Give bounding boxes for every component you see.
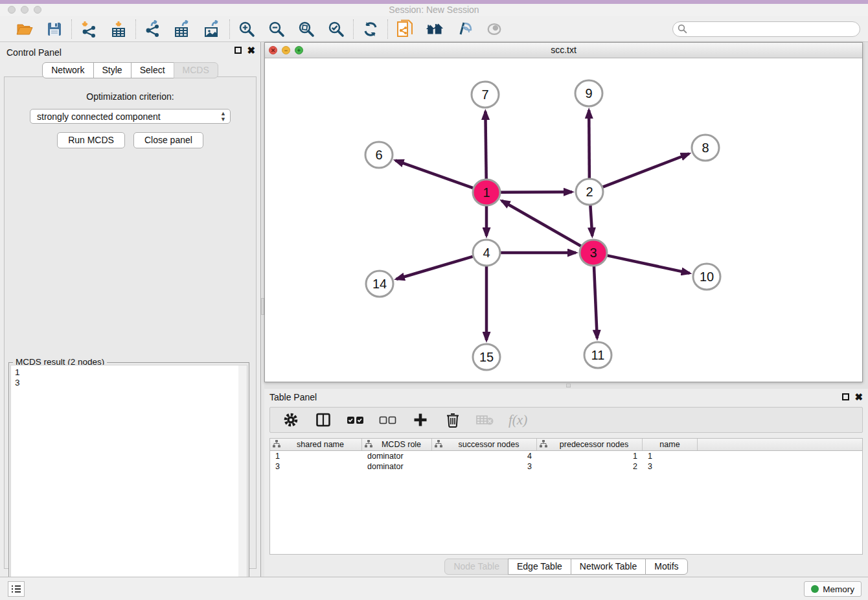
table-toolbar: f(x) — [269, 407, 863, 433]
table-tab-network-table[interactable]: Network Table — [571, 559, 646, 575]
run-mcds-button[interactable]: Run MCDS — [57, 132, 125, 148]
graph-edge-1-6[interactable] — [395, 161, 473, 188]
window-titlebar: Session: New Session — [0, 4, 868, 16]
graph-node-14[interactable]: 14 — [366, 271, 393, 297]
apply-style-icon[interactable] — [455, 20, 474, 38]
hierarchy-icon — [365, 440, 374, 450]
network-window-titlebar[interactable]: ✕ − + scc.txt — [265, 43, 862, 58]
hierarchy-icon — [435, 440, 444, 450]
column-label: shared name — [282, 440, 359, 449]
tab-select[interactable]: Select — [131, 62, 174, 78]
graph-node-7[interactable]: 7 — [472, 82, 499, 108]
select-all-rows-icon[interactable] — [347, 411, 365, 429]
graph-edge-1-2[interactable] — [501, 192, 572, 192]
home-icon[interactable] — [426, 20, 444, 38]
export-table-icon[interactable] — [174, 20, 192, 38]
zoom-selected-icon[interactable] — [327, 20, 345, 38]
table-tabs: Node TableEdge TableNetwork TableMotifs — [264, 559, 868, 575]
table-tab-edge-table[interactable]: Edge Table — [508, 559, 571, 575]
refresh-icon[interactable] — [361, 20, 380, 38]
close-panel-icon[interactable]: ✖ — [247, 47, 255, 54]
column-header-name[interactable]: name — [643, 439, 698, 450]
export-image-icon[interactable] — [203, 20, 222, 38]
search-input[interactable] — [690, 23, 860, 36]
horizontal-splitter[interactable] — [264, 382, 868, 389]
zoom-fit-icon[interactable] — [297, 20, 315, 38]
tab-mcds[interactable]: MCDS — [174, 62, 218, 78]
deselect-all-rows-icon[interactable] — [379, 411, 397, 429]
cell-mcds-role[interactable]: dominator — [362, 461, 432, 472]
zoom-out-icon[interactable] — [268, 20, 286, 38]
table-tab-motifs[interactable]: Motifs — [645, 559, 687, 575]
graph-node-15[interactable]: 15 — [473, 344, 500, 370]
float-panel-icon[interactable] — [234, 47, 242, 54]
table-settings-gear-icon[interactable] — [282, 411, 300, 429]
column-header-predecessor-nodes[interactable]: predecessor nodes — [537, 439, 643, 450]
cell-shared-name[interactable]: 1 — [270, 451, 362, 461]
graph-node-8[interactable]: 8 — [692, 135, 719, 161]
cell-successor-nodes[interactable]: 4 — [432, 451, 537, 461]
graph-node-9[interactable]: 9 — [575, 80, 602, 106]
splitter-handle[interactable] — [566, 384, 571, 387]
create-column-plus-icon[interactable] — [411, 411, 429, 429]
memory-button[interactable]: Memory — [804, 581, 862, 597]
export-network-icon[interactable] — [144, 20, 162, 38]
column-header-successor-nodes[interactable]: successor nodes — [432, 439, 537, 450]
function-builder-icon: f(x) — [508, 412, 527, 428]
table-row[interactable]: 1dominator411 — [270, 451, 862, 461]
graph-edge-2-9[interactable] — [589, 110, 589, 178]
criterion-select[interactable]: strongly connected component ▲▼ — [30, 109, 231, 124]
show-tasks-button[interactable] — [8, 581, 25, 597]
open-folder-icon[interactable] — [16, 20, 34, 38]
svg-text:10: 10 — [700, 270, 714, 284]
svg-text:3: 3 — [589, 246, 597, 260]
graph-node-6[interactable]: 6 — [365, 142, 393, 168]
cell-shared-name[interactable]: 3 — [270, 461, 362, 472]
show-column-panel-icon[interactable] — [314, 411, 332, 429]
memory-label: Memory — [823, 584, 854, 594]
graph-edge-3-10[interactable] — [608, 255, 690, 273]
svg-text:2: 2 — [586, 185, 593, 199]
table-tab-node-table[interactable]: Node Table — [444, 559, 508, 575]
column-header-mcds-role[interactable]: MCDS role — [362, 439, 432, 450]
import-table-icon[interactable] — [109, 20, 128, 38]
graph-edge-3-1[interactable] — [502, 201, 581, 246]
graph-edge-2-3[interactable] — [590, 205, 592, 236]
graph-node-4[interactable]: 4 — [473, 240, 500, 266]
close-panel-icon[interactable]: ✖ — [854, 393, 863, 400]
graph-edge-2-8[interactable] — [603, 154, 689, 187]
cell-name[interactable]: 1 — [643, 451, 698, 461]
cell-predecessor-nodes[interactable]: 2 — [537, 461, 643, 472]
network-from-document-icon[interactable] — [396, 20, 414, 38]
float-panel-icon[interactable] — [842, 393, 849, 400]
tab-style[interactable]: Style — [93, 62, 131, 78]
svg-text:14: 14 — [372, 277, 387, 291]
graph-node-1[interactable]: 1 — [473, 179, 500, 205]
delete-column-trash-icon[interactable] — [444, 411, 462, 429]
tab-network[interactable]: Network — [42, 62, 93, 78]
close-panel-button[interactable]: Close panel — [133, 132, 203, 148]
cell-mcds-role[interactable]: dominator — [362, 451, 432, 461]
cell-predecessor-nodes[interactable]: 1 — [537, 451, 643, 461]
table-row[interactable]: 3dominator323 — [270, 461, 862, 472]
column-header-shared-name[interactable]: shared name — [270, 439, 362, 450]
graph-node-11[interactable]: 11 — [584, 342, 611, 368]
graph-edge-3-11[interactable] — [594, 266, 597, 338]
import-network-icon[interactable] — [80, 20, 98, 38]
mcds-result-group: MCDS result (2 nodes) 13 — [8, 362, 249, 600]
select-stepper-icon: ▲▼ — [220, 111, 226, 122]
network-canvas[interactable]: 7968124314101511 — [265, 58, 862, 382]
graph-edge-1-7[interactable] — [485, 111, 486, 179]
result-scrollbar[interactable] — [238, 365, 247, 600]
graph-node-10[interactable]: 10 — [693, 264, 720, 290]
graph-node-3[interactable]: 3 — [580, 240, 607, 266]
cell-name[interactable]: 3 — [643, 461, 698, 472]
save-icon[interactable] — [45, 20, 63, 38]
cell-successor-nodes[interactable]: 3 — [432, 461, 537, 472]
search-field[interactable] — [672, 21, 860, 37]
zoom-in-icon[interactable] — [238, 20, 256, 38]
graph-edge-4-14[interactable] — [396, 257, 473, 279]
graph-node-2[interactable]: 2 — [576, 179, 603, 205]
result-item: 3 — [15, 378, 243, 388]
status-bar: Memory — [0, 577, 868, 600]
